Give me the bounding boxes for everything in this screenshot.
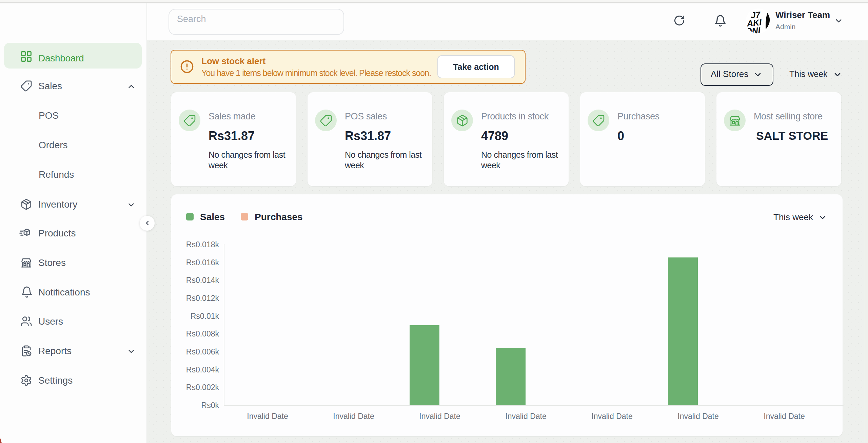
svg-text:ƆNI: ƆNI	[746, 25, 761, 34]
